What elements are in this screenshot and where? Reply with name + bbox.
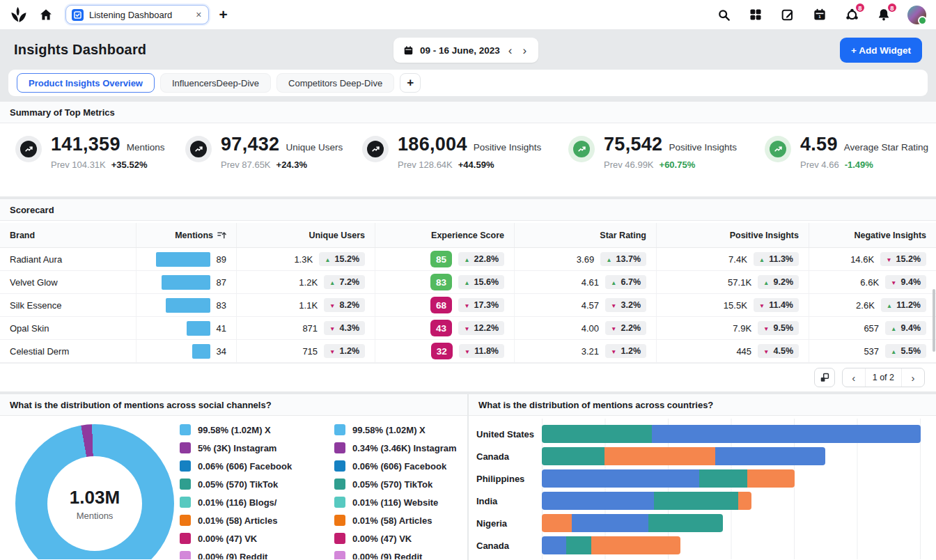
search-icon[interactable] [715,6,732,23]
legend-label: 0.06% (606) Facebook [352,461,446,472]
bar-segment [542,536,566,554]
bar-segment [542,492,654,510]
legend-label: 5% (3K) Instagram [198,443,276,453]
legend-item[interactable]: 0.01% (58) Articles [180,515,316,526]
product-tab-listening-dashboard[interactable]: Listening Dashboard × [65,5,209,24]
mentions-cell: 87 [136,271,236,293]
bar-segment [738,492,751,510]
new-tab-icon[interactable]: + [219,6,227,23]
experience-score-cell: 3211.8% [375,340,514,362]
legend-item[interactable]: 0.00% (47) VK [180,533,316,544]
country-row: Canada [476,536,936,554]
legend-item[interactable]: 0.06% (606) Facebook [334,460,467,472]
col-mentions[interactable]: Mentions [136,223,236,247]
legend-label: 0.00% (9) Reddit [352,552,422,560]
vertical-scrollbar[interactable] [933,289,935,352]
legend-item[interactable]: 99.58% (1.02M) X [180,424,316,435]
metric-change: -1.49% [845,160,873,170]
metric-positive-insights-2: 75,542Positive Insights Prev 46.99K+60.7… [568,134,737,170]
negative-insights-cell: 2.6K11.2% [809,294,936,316]
mentions-bar [162,275,210,290]
bar-segment [747,469,795,488]
stacked-bar [542,492,751,510]
tab-close-icon[interactable]: × [196,9,201,20]
legend-item[interactable]: 0.05% (570) TikTok [180,479,316,490]
legend-swatch [180,497,191,508]
metric-label: Average Star Rating [844,142,928,153]
legend-item[interactable]: 5% (3K) Instagram [180,442,316,453]
legend-item[interactable]: 0.00% (47) VK [334,533,467,544]
expand-widget-button[interactable] [814,368,835,387]
trend-arrow-icon [611,347,616,356]
countries-question: What is the distribution of mentions acr… [469,394,936,416]
trend-pill: 4.5% [758,344,799,358]
bar-segment [572,514,648,532]
legend-item[interactable]: 0.00% (9) Reddit [180,551,316,559]
legend-item[interactable]: 0.06% (606) Facebook [180,460,316,472]
legend-item[interactable]: 0.01% (116) Website [334,497,467,508]
date-prev-chevron-icon[interactable]: ‹ [506,45,515,56]
notifications-bell-icon[interactable]: 8 [875,6,892,23]
home-icon[interactable] [38,6,54,23]
community-icon[interactable]: 8 [843,6,860,23]
apps-grid-icon[interactable] [747,6,764,23]
trend-pill: 12.2% [458,321,504,335]
negative-insights-cell: 6579.4% [809,317,936,339]
table-row: Celestial Derm 34 7151.2% 3211.8% 3.211.… [0,340,936,363]
unique-users-cell: 8714.3% [236,317,375,339]
metric-mentions: 141,359Mentions Prev 104.31K+35.52% [15,134,164,170]
metric-change: +24.3% [276,160,307,170]
scorecard-card: Scorecard Brand Mentions Unique Users Ex… [0,199,936,391]
tab-title: Listening Dashboard [89,10,172,20]
channels-body: 1.03M Mentions 99.58% (1.02M) X 5% (3K) … [0,416,467,559]
trend-arrow-icon [886,255,891,264]
legend-item[interactable]: 0.00% (9) Reddit [334,551,467,559]
user-avatar[interactable] [907,6,926,24]
legend-column-b: 99.58% (1.02M) X 0.34% (3.46K) Instagram… [334,424,467,559]
scorecard-footer: ‹ 1 of 2 › [0,363,936,391]
brand-cell: Opal Skin [0,317,136,339]
stacked-bar [542,447,825,465]
legend-swatch [334,497,345,508]
positive-insights-cell: 7.4K11.3% [656,248,809,270]
page-prev-chevron-icon[interactable]: ‹ [843,372,865,384]
legend-label: 0.05% (570) TikTok [352,479,432,490]
add-widget-button[interactable]: + Add Widget [840,38,922,63]
trend-arrow-icon [759,301,765,310]
notifications-badge: 8 [887,2,898,13]
col-unique-users: Unique Users [236,223,375,247]
donut-total-label: Mentions [77,511,114,521]
date-range-picker[interactable]: 09 - 16 June, 2023 ‹ › [393,38,538,63]
tab-influencers-deep-dive[interactable]: InfluencersDeep-Dive [160,73,271,93]
summary-card: Summary of Top Metrics 141,359Mentions P… [0,102,936,196]
legend-swatch [180,479,191,490]
metric-unique-users: 97,432Unique Users Prev 87.65K+24.3% [185,134,343,170]
date-next-chevron-icon[interactable]: › [521,45,529,56]
star-rating-cell: 4.616.7% [514,271,656,293]
metric-label: Unique Users [286,142,343,153]
tab-product-insights-overview[interactable]: Product Insights Overview [17,73,155,93]
legend-item[interactable]: 0.01% (116) Blogs/ [180,497,316,508]
sort-asc-icon[interactable] [217,231,226,240]
legend-item[interactable]: 99.58% (1.02M) X [334,424,467,435]
legend-swatch [180,424,191,435]
page-next-chevron-icon[interactable]: › [902,372,924,384]
page-indicator: 1 of 2 [865,368,902,387]
dashboard-doc-icon [72,9,84,21]
add-tab-button[interactable]: + [400,73,421,93]
compose-icon[interactable] [779,6,796,23]
trend-pill: 11.4% [754,298,799,312]
brand-cell: Celestial Derm [0,340,136,362]
metric-average-star-rating: 4.59Average Star Rating Prev 4.66-1.49% [765,134,928,170]
topbar-actions: 1 8 8 [715,6,926,24]
trend-pill: 9.2% [758,275,799,289]
trend-icon [765,136,791,162]
summary-heading: Summary of Top Metrics [0,102,936,123]
legend-item[interactable]: 0.05% (570) TikTok [334,479,467,490]
positive-insights-cell: 57.1K9.2% [656,271,809,293]
mentions-bar [192,344,210,359]
legend-item[interactable]: 0.34% (3.46K) Instagram [334,442,467,453]
legend-item[interactable]: 0.01% (58) Articles [334,515,467,526]
calendar-icon[interactable]: 1 [811,6,828,23]
tab-competitors-deep-dive[interactable]: Competitors Deep-Dive [276,73,394,93]
